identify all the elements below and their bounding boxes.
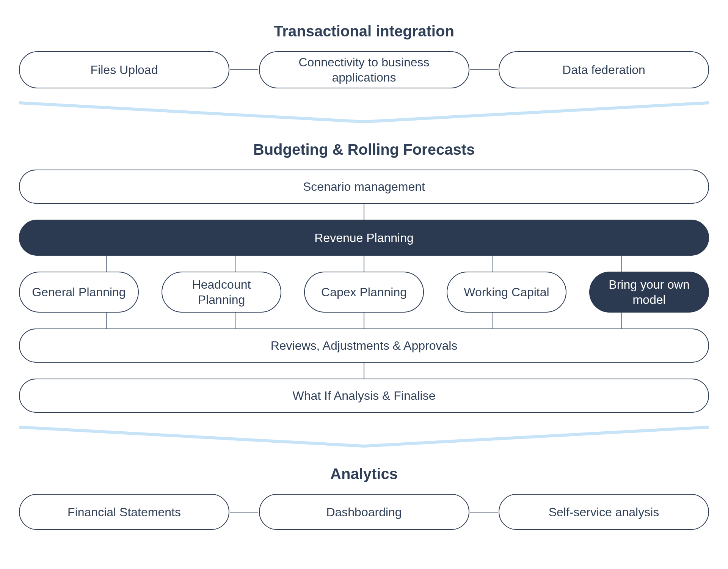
connector-h — [470, 512, 498, 512]
pill-general-planning: General Planning — [19, 272, 139, 313]
connector-v — [106, 313, 107, 329]
pill-working-capital: Working Capital — [447, 272, 566, 313]
row-whatif: What If Analysis & Finalise — [19, 379, 709, 413]
connector-v — [621, 256, 622, 272]
connector-v — [364, 313, 364, 329]
row-planning-items: General Planning Headcount Planning Cape… — [19, 272, 709, 313]
separator-arrow-icon — [19, 101, 709, 124]
pill-dashboarding: Dashboarding — [259, 494, 469, 530]
connector-v — [364, 256, 364, 272]
section-integration: Transactional integration Files Upload C… — [19, 23, 709, 88]
connector-v — [235, 256, 235, 272]
diagram-canvas: Transactional integration Files Upload C… — [0, 0, 728, 569]
section-title-integration: Transactional integration — [19, 23, 709, 40]
pill-revenue-planning: Revenue Planning — [19, 220, 709, 256]
analytics-row: Financial Statements Dashboarding Self-s… — [19, 494, 709, 530]
connector-h — [470, 69, 498, 70]
connector-v — [621, 313, 622, 329]
connector-v — [235, 313, 235, 329]
separator-arrow — [19, 426, 709, 448]
integration-row: Files Upload Connectivity to business ap… — [19, 51, 709, 88]
separator-arrow — [19, 101, 709, 124]
svg-marker-0 — [19, 101, 709, 123]
section-title-analytics: Analytics — [19, 465, 709, 483]
connector-h — [230, 512, 258, 512]
connector-h — [230, 69, 258, 70]
pill-scenario-management: Scenario management — [19, 170, 709, 204]
row-scenario: Scenario management — [19, 170, 709, 204]
pill-whatif: What If Analysis & Finalise — [19, 379, 709, 413]
section-budgeting: Budgeting & Rolling Forecasts Scenario m… — [19, 141, 709, 413]
separator-arrow-icon — [19, 426, 709, 448]
section-analytics: Analytics Financial Statements Dashboard… — [19, 465, 709, 530]
connector-v — [364, 204, 364, 220]
row-reviews: Reviews, Adjustments & Approvals — [19, 329, 709, 363]
connector-v — [493, 313, 493, 329]
pill-bring-your-own-model: Bring your own model — [589, 272, 709, 313]
connector-v — [364, 363, 364, 379]
pill-connectivity: Connectivity to business applications — [259, 51, 469, 88]
pill-reviews: Reviews, Adjustments & Approvals — [19, 329, 709, 363]
connector-v — [493, 256, 493, 272]
pill-data-federation: Data federation — [499, 51, 709, 88]
connector-grid — [19, 313, 709, 329]
connector-grid — [19, 256, 709, 272]
connector-v — [106, 256, 107, 272]
pill-headcount-planning: Headcount Planning — [162, 272, 281, 313]
section-title-budgeting: Budgeting & Rolling Forecasts — [19, 141, 709, 158]
pill-capex-planning: Capex Planning — [304, 272, 424, 313]
pill-self-service-analysis: Self-service analysis — [499, 494, 709, 530]
pill-financial-statements: Financial Statements — [19, 494, 229, 530]
pill-files-upload: Files Upload — [19, 51, 229, 88]
svg-marker-1 — [19, 426, 709, 448]
row-revenue: Revenue Planning — [19, 220, 709, 256]
